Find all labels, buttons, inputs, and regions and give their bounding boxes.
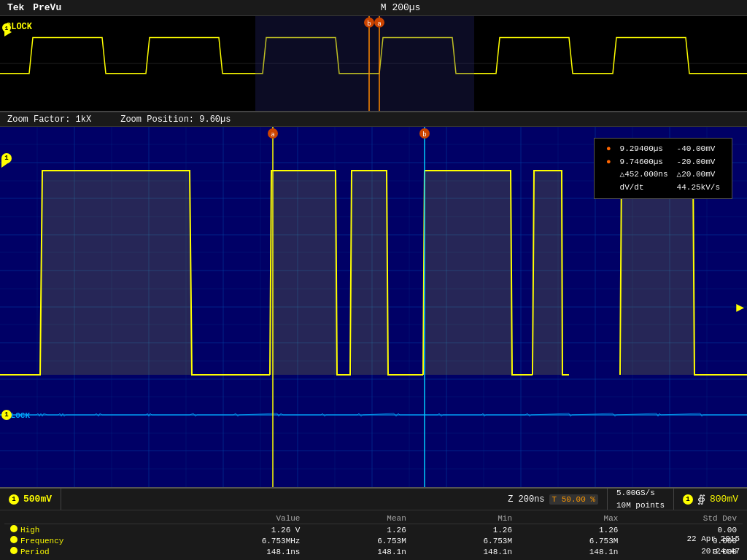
datetime: 22 Apr 2015 20:24:47	[686, 533, 740, 557]
meas-header-value: Value	[175, 513, 306, 524]
meas-row-1: Frequency 6.753MHz 6.753M 6.753M 6.753M …	[4, 535, 743, 546]
time: 20:24:47	[686, 545, 740, 558]
cursor-a-time: 9.29400µs	[616, 143, 673, 156]
cursor-delta-row: △452.000ns △20.00mV	[602, 168, 724, 182]
ch1-dot-main: 1	[1, 153, 12, 163]
meas-min-1: 6.753M	[412, 535, 518, 546]
meas-max-0: 1.26	[518, 524, 624, 536]
svg-text:a: a	[377, 20, 381, 27]
zoom-time-indicator: Z 200ns T 50.00 %	[499, 489, 608, 510]
channel-voltage-label: 500mV	[23, 494, 52, 505]
sample-rate: 5.00GS/s	[616, 487, 665, 499]
svg-rect-0	[0, 16, 747, 111]
overview-svg: b a	[0, 16, 747, 111]
meas-header-label	[4, 513, 175, 524]
svg-marker-53	[622, 171, 694, 375]
sample-points: 10M points	[616, 499, 665, 512]
meas-header-mean: Mean	[306, 513, 411, 524]
meas-table-area: Value Mean Min Max Std Dev High 1.26 V 1…	[0, 510, 747, 560]
meas-min-2: 148.1n	[412, 546, 518, 557]
zoom-bar: Zoom Factor: 1kX Zoom Position: 9.60µs	[0, 112, 747, 127]
date: 22 Apr 2015	[686, 533, 740, 545]
trig-voltage: 800mV	[710, 494, 738, 505]
trig-indicator: 1 ∯ 800mV	[674, 489, 747, 510]
svg-point-5	[364, 18, 374, 28]
right-arrow-indicator: ▶	[736, 299, 744, 315]
zoom-position: Zoom Position: 9.60µs	[120, 114, 231, 125]
meas-header-stddev: Std Dev	[624, 513, 743, 524]
cursor-a-row: ● 9.29400µs -40.00mV	[602, 143, 724, 156]
svg-rect-2	[255, 16, 474, 111]
zoom-factor: Zoom Factor: 1kX	[7, 114, 91, 125]
brand-mode: Tek PreVu	[7, 2, 61, 13]
meas-label-0: High	[20, 526, 39, 534]
bottom-bar: 1 500mV Z 200ns T 50.00 % 5.00GS/s 10M p…	[0, 487, 747, 560]
meas-tbody: High 1.26 V 1.26 1.26 1.26 0.00 Frequenc…	[4, 524, 743, 558]
cursor-b-row: ● 9.74600µs -20.00mV	[602, 156, 724, 169]
svg-point-7	[374, 18, 384, 28]
meas-header-min: Min	[412, 513, 518, 524]
meas-value-1: 6.753MHz	[175, 535, 306, 546]
meas-header-max: Max	[518, 513, 624, 524]
mode: PreVu	[33, 2, 61, 13]
svg-marker-51	[425, 171, 512, 375]
trig-ch-dot: 1	[683, 494, 693, 505]
trigger-pct-label: T 50.00 %	[549, 494, 598, 505]
svg-text:b: b	[367, 20, 371, 27]
meas-max-2: 148.1n	[518, 546, 624, 557]
meas-value-0: 1.26 V	[175, 524, 306, 536]
overview-panel: b a CLOCK 1	[0, 16, 747, 112]
cursor-b-dot: ●	[606, 158, 611, 166]
meas-mean-0: 1.26	[306, 524, 411, 536]
sample-info: 5.00GS/s 10M points	[608, 489, 674, 510]
ch1-dot-clock: 1	[1, 410, 12, 420]
cursor-a-voltage: -40.00mV	[673, 143, 724, 156]
channel-voltage-indicator: 1 500mV	[0, 489, 61, 510]
cursor-dvdt-val: 44.25kV/s	[673, 182, 724, 195]
meas-label-1: Frequency	[20, 537, 63, 545]
meas-dot-1	[10, 536, 18, 543]
cursor-dvdt-label: dV/dt	[616, 182, 673, 195]
zoom-time-label: Z 200ns	[508, 494, 544, 505]
meas-table: Value Mean Min Max Std Dev High 1.26 V 1…	[4, 513, 743, 557]
cursor-delta-voltage: △20.00mV	[673, 168, 724, 182]
svg-marker-48	[40, 171, 192, 375]
trig-symbol: ∯	[697, 493, 705, 505]
cursor-readout: ● 9.29400µs -40.00mV ● 9.74600µs -20.00m…	[594, 138, 732, 199]
ch1-dot-overview: 1	[2, 23, 11, 32]
meas-header-row: Value Mean Min Max Std Dev	[4, 513, 743, 524]
ch1-vol-dot: 1	[9, 494, 19, 505]
meas-min-0: 1.26	[412, 524, 518, 536]
cursor-b-voltage: -20.00mV	[673, 156, 724, 169]
top-bar: Tek PreVu M 200µs	[0, 0, 747, 16]
meas-dot-2	[10, 547, 18, 554]
timescale: M 200µs	[381, 2, 421, 13]
main-panel: a b 1 CLOCK 1 ▶ ● 9.29400µs -40.00mV ● 9…	[0, 127, 747, 487]
svg-text:a: a	[271, 131, 274, 138]
meas-label-2: Period	[20, 548, 50, 556]
svg-marker-52	[534, 171, 562, 375]
svg-marker-49	[271, 171, 337, 375]
cursor-b-time: 9.74600µs	[616, 156, 673, 169]
meas-value-2: 148.1ns	[175, 546, 306, 557]
svg-marker-50	[352, 171, 388, 375]
meas-dot-0	[10, 525, 18, 532]
cursor-delta-time: △452.000ns	[616, 168, 673, 182]
meas-row-2: Period 148.1ns 148.1n 148.1n 148.1n 0.00…	[4, 546, 743, 557]
cursor-table: ● 9.29400µs -40.00mV ● 9.74600µs -20.00m…	[602, 143, 724, 194]
meas-row-0: High 1.26 V 1.26 1.26 1.26 0.00	[4, 524, 743, 536]
bottom-top-row: 1 500mV Z 200ns T 50.00 % 5.00GS/s 10M p…	[0, 489, 747, 510]
meas-max-1: 6.753M	[518, 535, 624, 546]
cursor-dvdt-row: dV/dt 44.25kV/s	[602, 182, 724, 195]
brand: Tek	[7, 2, 24, 13]
cursor-a-dot: ●	[606, 144, 611, 153]
meas-mean-2: 148.1n	[306, 546, 411, 557]
svg-text:b: b	[422, 131, 426, 138]
meas-mean-1: 6.753M	[306, 535, 411, 546]
